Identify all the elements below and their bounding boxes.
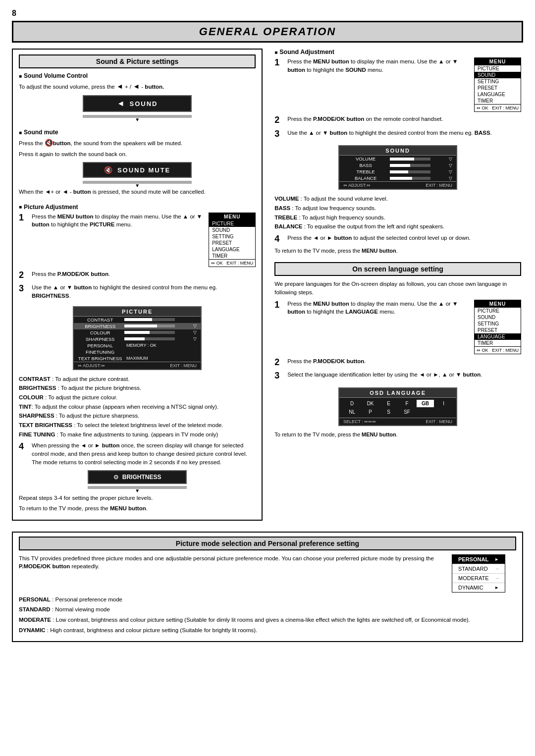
picture-mode-list: PERSONAL► STANDARD─ MODERATE─ DYNAMIC► bbox=[452, 554, 505, 593]
brightness-icon: ⊙ bbox=[113, 474, 118, 481]
sound-step3-num: 3 bbox=[274, 129, 284, 140]
lang-step2-text: Press the P.MODE/OK button. bbox=[287, 357, 521, 366]
speaker-icon: ◄ bbox=[117, 99, 126, 108]
lang-return-note: To return to the TV mode, press the MENU… bbox=[274, 431, 521, 439]
repeat-note: Repeat steps 3-4 for setting the proper … bbox=[19, 494, 256, 502]
picture-step3-num: 3 bbox=[19, 283, 29, 294]
picture-menu-box: MENU PICTURE SOUND SETTING PRESET LANGUA… bbox=[209, 213, 256, 267]
picture-mode-title: Picture mode selection and Personal pref… bbox=[19, 537, 516, 550]
picture-step1-num: 1 bbox=[19, 213, 29, 223]
mute-icon: 🔇 bbox=[104, 166, 113, 174]
sound-adjustment-heading: Sound Adjustment bbox=[274, 49, 521, 55]
sound-osd-box: SOUND VOLUME▽ BASS▽ TREBLE▽ BALANCE▽ ⇔ A… bbox=[338, 145, 457, 190]
picture-osd-box: PICTURE CONTRAST BRIGHTNESS▽ COLOUR▽ SHA… bbox=[73, 306, 202, 370]
sound-menu-box: MENU PICTURE SOUND SETTING PRESET LANGUA… bbox=[474, 57, 521, 112]
sound-step4-text: Press the ◄ or ► button to adjust the se… bbox=[287, 234, 521, 242]
sound-step4-num: 4 bbox=[274, 234, 284, 245]
sound-mute-text2: Press it again to switch the sound back … bbox=[19, 150, 256, 159]
sound-definitions: VOLUME : To adjust the sound volume leve… bbox=[274, 195, 521, 231]
sound-step3-text: Use the ▲ or ▼ button to highlight the d… bbox=[287, 129, 521, 137]
picture-step2-num: 2 bbox=[19, 270, 29, 281]
sound-step2-num: 2 bbox=[274, 115, 284, 126]
picture-step1-text: Press the MENU button to display the mai… bbox=[32, 213, 205, 229]
sound-mute-display-label: SOUND MUTE bbox=[117, 166, 170, 174]
picture-mode-intro: This TV provides predefined three pictur… bbox=[19, 554, 444, 571]
picture-mode-section: Picture mode selection and Personal pref… bbox=[12, 532, 523, 643]
language-section-title: On screen language setting bbox=[274, 262, 521, 276]
sound-display-label: SOUND bbox=[130, 100, 158, 108]
picture-step3-text: Use the ▲ or ▼ button to highlight the d… bbox=[32, 283, 256, 300]
sound-step1-num: 1 bbox=[274, 57, 284, 68]
language-intro: We prepare languages for the On-screen d… bbox=[274, 280, 521, 296]
lang-step3-text: Select the language identification lette… bbox=[287, 371, 521, 379]
sound-mute-heading: Sound mute bbox=[19, 129, 256, 136]
return-note-left: To return to the TV mode, press the MENU… bbox=[19, 504, 256, 513]
lang-step1-text: Press the MENU button to display the mai… bbox=[287, 300, 470, 316]
picture-step4-num: 4 bbox=[19, 441, 29, 452]
picture-adjustment-heading: Picture Adjustment bbox=[19, 204, 256, 211]
brightness-display: ⊙ BRIGHTNESS bbox=[88, 470, 187, 484]
main-title: GENERAL OPERATION bbox=[12, 21, 523, 43]
sound-mute-display: 🔇 SOUND MUTE bbox=[83, 162, 192, 178]
picture-definitions: CONTRAST : To adjust the picture contras… bbox=[19, 375, 256, 439]
lang-menu-box: MENU PICTURE SOUND SETTING PRESET LANGUA… bbox=[474, 300, 521, 354]
lang-step2-num: 2 bbox=[274, 357, 284, 368]
sound-volume-heading: Sound Volume Control bbox=[19, 72, 256, 79]
page-number: 8 bbox=[12, 9, 523, 18]
sound-step1-text: Press the MENU button to display the mai… bbox=[287, 57, 470, 74]
picture-mode-definitions: PERSONAL : Personal preference mode STAN… bbox=[19, 595, 516, 635]
picture-step4-text: When pressing the ◄ or ► button once, th… bbox=[32, 441, 256, 466]
brightness-label: BRIGHTNESS bbox=[122, 474, 161, 481]
sound-mute-note: When the ◄+ or ◄ - button is pressed, th… bbox=[19, 188, 256, 196]
osd-lang-box: OSD LANGUAGE D DK E F GB I NL P S SF SEL… bbox=[338, 387, 457, 426]
sound-step2-text: Press the P.MODE/OK button on the remote… bbox=[287, 115, 521, 123]
sound-display: ◄ SOUND bbox=[83, 95, 192, 112]
section-title-sound-picture: Sound & Picture settings bbox=[19, 54, 256, 68]
lang-step1-num: 1 bbox=[274, 300, 284, 311]
lang-step3-num: 3 bbox=[274, 371, 284, 381]
sound-return-note: To return to the TV mode, press the MENU… bbox=[274, 247, 521, 255]
sound-volume-text: To adjust the sound volume, press the ◄ … bbox=[19, 81, 256, 91]
picture-step2-text: Press the P.MODE/OK button. bbox=[32, 270, 256, 278]
sound-mute-text1: Press the 🔇button, the sound from the sp… bbox=[19, 138, 256, 148]
